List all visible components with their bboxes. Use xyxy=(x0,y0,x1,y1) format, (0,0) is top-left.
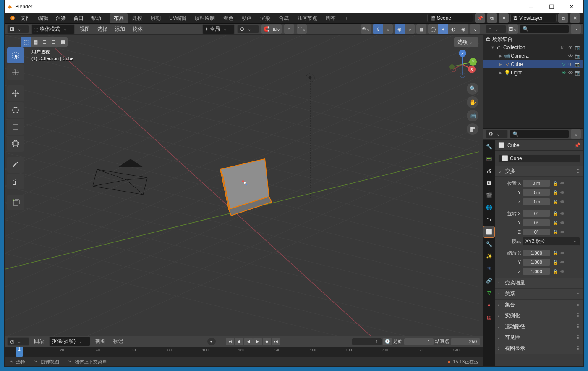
menu-render[interactable]: 渲染 xyxy=(52,13,69,23)
scale-y[interactable]: 1.000 xyxy=(523,259,550,266)
rot-z[interactable]: 0° xyxy=(523,229,550,235)
panel-motion-paths[interactable]: ›运动路径⠿ xyxy=(495,321,583,332)
viewport-canvas[interactable] xyxy=(5,35,483,336)
rot-x[interactable]: 0° xyxy=(523,210,550,217)
timeline-ruler[interactable]: 1 20 40 60 80 100 120 140 160 180 200 22… xyxy=(5,347,483,357)
outliner-item-camera[interactable]: ▶ 📹 Camera 👁📷 xyxy=(483,52,583,60)
eye-icon[interactable]: 👁 xyxy=(567,61,573,67)
add-menu[interactable]: 添加 xyxy=(112,25,128,34)
shading-wireframe[interactable]: ◯ xyxy=(428,24,438,34)
rot-mode[interactable]: XYZ 欧拉⌄ xyxy=(523,237,580,246)
editor-type-selector[interactable]: ⊞ xyxy=(7,25,29,33)
viewport-options[interactable]: 选项 xyxy=(454,37,478,47)
properties-editor-type[interactable]: ⚙ xyxy=(486,130,508,138)
proportional-type[interactable]: ⌒⌄ xyxy=(297,24,307,34)
visibility-icon[interactable]: 👁⌄ xyxy=(361,24,371,34)
lock-icon[interactable]: 🔓 xyxy=(552,181,559,186)
eye-icon[interactable]: 👁 xyxy=(567,45,573,50)
tool-move[interactable] xyxy=(7,85,24,101)
timeline-view[interactable]: 视图 xyxy=(93,337,108,346)
keyframe-dot[interactable] xyxy=(560,252,564,254)
pin-icon[interactable]: 📌 xyxy=(574,142,581,148)
nav-perspective[interactable]: ▦ xyxy=(467,123,478,135)
tool-measure[interactable] xyxy=(7,174,24,189)
outliner-search[interactable]: 🔍 xyxy=(520,25,569,33)
properties-search[interactable]: 🔍 xyxy=(510,130,569,138)
view-menu[interactable]: 视图 xyxy=(77,25,92,34)
jump-end[interactable]: ⏭ xyxy=(272,338,280,345)
viewlayer-copy-icon[interactable]: ⧉ xyxy=(558,13,568,23)
tab-object[interactable]: ⬜ xyxy=(483,226,494,237)
snap-toggle[interactable]: 🧲 xyxy=(261,24,272,34)
select-mode-extend[interactable]: ▦ xyxy=(31,37,40,47)
camera-icon[interactable]: 📷 xyxy=(575,61,581,67)
workspace-tab-sculpt[interactable]: 雕刻 xyxy=(146,13,165,23)
camera-icon[interactable]: 📷 xyxy=(575,70,581,76)
scene-selector[interactable]: 🎬Scene xyxy=(427,14,473,22)
tab-particles[interactable]: ✨ xyxy=(483,251,494,262)
outliner-item-light[interactable]: ▶ 💡 Light ☀ 👁📷 xyxy=(483,68,583,77)
workspace-tab-composite[interactable]: 合成 xyxy=(274,13,293,23)
overlay-type[interactable]: ⌄ xyxy=(405,24,415,34)
nav-camera[interactable]: 📹 xyxy=(467,110,478,121)
chevron-right-icon[interactable]: ▶ xyxy=(497,54,503,58)
workspace-tab-modeling[interactable]: 建模 xyxy=(128,13,146,23)
workspace-tab-geonodes[interactable]: 几何节点 xyxy=(293,13,321,23)
viewlayer-delete-icon[interactable]: ✕ xyxy=(570,13,580,23)
tool-select[interactable] xyxy=(7,47,24,63)
eye-icon[interactable]: 👁 xyxy=(567,53,573,59)
timeline-playback[interactable]: 回放 xyxy=(31,337,47,346)
chevron-right-icon[interactable]: ▶ xyxy=(497,62,503,66)
outliner-item-cube[interactable]: ▶ ▽ Cube ▽ 👁📷 xyxy=(483,60,583,68)
select-menu[interactable]: 选择 xyxy=(95,25,110,34)
tab-world[interactable]: 🌐 xyxy=(483,202,494,213)
shading-options[interactable]: ⌄ xyxy=(470,24,480,34)
collection-checkbox[interactable]: ☑ xyxy=(560,45,566,50)
camera-icon[interactable]: 📷 xyxy=(575,45,581,50)
select-mode-invert[interactable]: ⊠ xyxy=(58,37,68,47)
timeline-marker[interactable]: 标记 xyxy=(110,337,125,346)
viewlayer-selector[interactable]: 🖼ViewLayer xyxy=(510,14,557,22)
end-frame[interactable]: 250 xyxy=(451,338,480,345)
keyframe-dot[interactable] xyxy=(560,182,564,184)
orientation-selector[interactable]: ⌖ 全局 xyxy=(202,24,235,34)
select-mode-box[interactable]: ⬚ xyxy=(21,37,31,47)
menu-file[interactable]: 文件 xyxy=(17,13,34,23)
outliner-editor-type[interactable]: ≡ xyxy=(486,25,506,33)
nav-zoom[interactable]: 🔍 xyxy=(467,83,478,95)
autokey-toggle[interactable]: ● xyxy=(207,338,216,345)
gizmo-type[interactable]: ⌄ xyxy=(383,24,393,34)
close-button[interactable]: ✕ xyxy=(563,3,580,11)
current-frame[interactable]: 1 xyxy=(352,338,382,345)
menu-window[interactable]: 窗口 xyxy=(70,13,87,23)
tab-constraints[interactable]: 🔗 xyxy=(483,275,494,286)
timeline-cursor[interactable]: 1 xyxy=(16,347,23,357)
tool-transform[interactable] xyxy=(7,136,24,152)
workspace-tab-texture[interactable]: 纹理绘制 xyxy=(191,13,219,23)
jump-nextkey[interactable]: ◆ xyxy=(263,338,271,345)
tool-scale[interactable] xyxy=(7,119,24,135)
chevron-right-icon[interactable]: ▶ xyxy=(497,71,503,75)
rot-y[interactable]: 0° xyxy=(523,219,550,226)
lock-icon[interactable]: 🔓 xyxy=(552,251,559,255)
scene-pin-icon[interactable]: 📌 xyxy=(475,13,485,23)
tool-add-cube[interactable]: + xyxy=(7,195,24,210)
tab-data[interactable]: ▽ xyxy=(483,287,494,298)
keyframe-dot[interactable] xyxy=(560,221,564,224)
tab-material[interactable]: ● xyxy=(483,300,494,310)
pivot-selector[interactable]: ⊙ xyxy=(237,25,259,33)
nav-gizmo[interactable]: X Y Z xyxy=(446,47,479,81)
snap-type[interactable]: ⊞⌄ xyxy=(272,24,282,34)
timeline-editor-type[interactable]: ◷ xyxy=(7,337,29,346)
maximize-button[interactable]: ☐ xyxy=(543,3,560,11)
start-frame[interactable]: 1 xyxy=(404,338,434,345)
select-mode-subtract[interactable]: ⊟ xyxy=(40,37,49,47)
tab-tool[interactable]: 🔧 xyxy=(483,141,494,152)
lock-icon[interactable]: 🔓 xyxy=(552,269,559,274)
tool-cursor[interactable] xyxy=(7,64,24,80)
nav-pan[interactable]: ✋ xyxy=(467,96,478,108)
keyframe-dot[interactable] xyxy=(560,191,564,194)
outliner-display-mode[interactable]: 🖼⌄ xyxy=(508,24,518,34)
lock-icon[interactable]: 🔓 xyxy=(552,211,559,216)
lock-icon[interactable]: 🔓 xyxy=(552,230,559,234)
